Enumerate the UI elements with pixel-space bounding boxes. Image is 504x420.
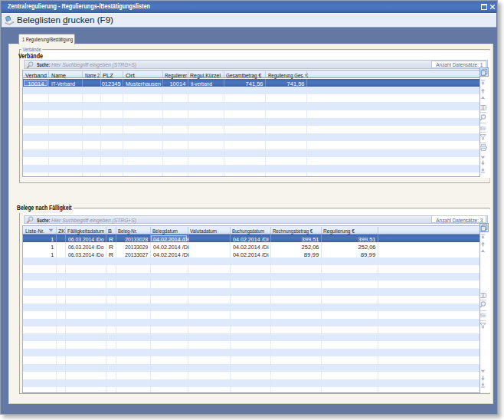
svg-text:abc: abc	[479, 312, 486, 317]
svg-text:abc: abc	[479, 125, 486, 130]
